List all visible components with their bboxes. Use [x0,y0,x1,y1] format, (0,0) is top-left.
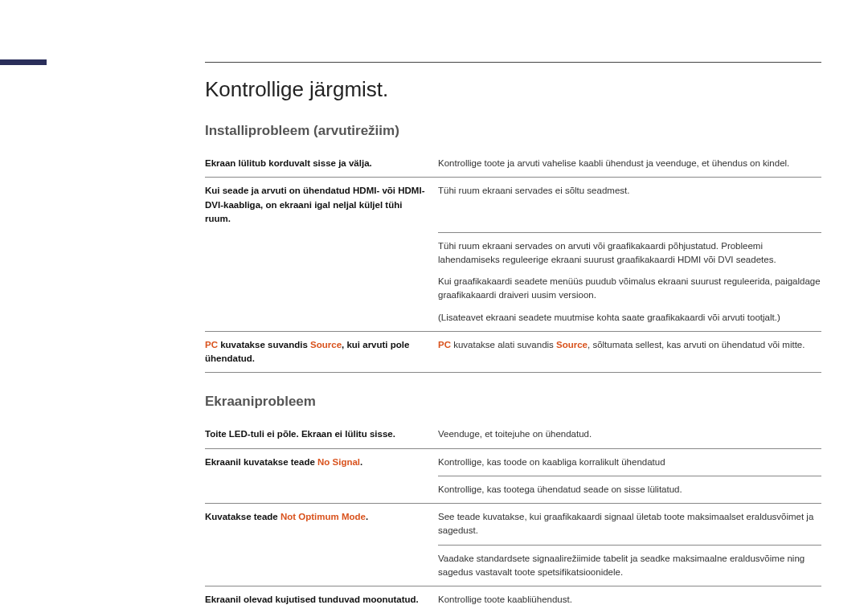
table-row: Kuvatakse teade Not Optimum Mode.See tea… [205,504,821,546]
troubleshooting-table: Toite LED-tuli ei põle. Ekraan ei lülitu… [205,421,821,613]
solution-cell: Kontrollige toote kaabliühendust. [438,586,821,614]
issue-cell [205,232,438,331]
solution-cell: Tühi ruum ekraani servades ei sõltu sead… [438,178,821,232]
table-row: Toite LED-tuli ei põle. Ekraan ei lülitu… [205,421,821,448]
solution-cell: Tühi ruum ekraani servades on arvuti või… [438,232,821,331]
table-row: Kontrollige, kas tootega ühendatud seade… [205,476,821,503]
solution-cell: See teade kuvatakse, kui graafikakaardi … [438,504,821,546]
solution-cell: Veenduge, et toitejuhe on ühendatud. [438,421,821,448]
section-heading: Installiprobleem (arvutirežiim) [205,123,821,139]
solution-cell: Kontrollige, kas toode on kaabliga korra… [438,448,821,476]
issue-cell: Kuvatakse teade Not Optimum Mode. [205,504,438,546]
solution-cell: Kontrollige toote ja arvuti vahelise kaa… [438,150,821,178]
content-area: Kontrollige järgmist. Installiprobleem (… [205,77,821,613]
table-row: Tühi ruum ekraani servades on arvuti või… [205,232,821,331]
issue-cell [205,545,438,586]
table-row: Ekraanil olevad kujutised tunduvad moonu… [205,586,821,614]
issue-cell: Ekraanil kuvatakse teade No Signal. [205,448,438,476]
table-row: Ekraan lülitub korduvalt sisse ja välja.… [205,150,821,178]
troubleshooting-table: Ekraan lülitub korduvalt sisse ja välja.… [205,150,821,373]
solution-cell: Vaadake standardsete signaalirežiimide t… [438,545,821,586]
issue-cell: Ekraan lülitub korduvalt sisse ja välja. [205,150,438,178]
issue-cell: Kui seade ja arvuti on ühendatud HDMI- v… [205,178,438,232]
table-row: Ekraanil kuvatakse teade No Signal.Kontr… [205,448,821,476]
page-title: Kontrollige järgmist. [205,77,821,102]
issue-cell: PC kuvatakse suvandis Source, kui arvuti… [205,331,438,373]
top-rule [205,62,821,63]
solution-cell: PC kuvatakse alati suvandis Source, sõlt… [438,331,821,373]
issue-cell: Toite LED-tuli ei põle. Ekraan ei lülitu… [205,421,438,448]
accent-bar [0,59,47,65]
solution-cell: Kontrollige, kas tootega ühendatud seade… [438,476,821,503]
section-heading: Ekraaniprobleem [205,394,821,410]
table-row: PC kuvatakse suvandis Source, kui arvuti… [205,331,821,373]
issue-cell: Ekraanil olevad kujutised tunduvad moonu… [205,586,438,614]
table-row: Vaadake standardsete signaalirežiimide t… [205,545,821,586]
issue-cell [205,476,438,503]
table-row: Kui seade ja arvuti on ühendatud HDMI- v… [205,178,821,232]
